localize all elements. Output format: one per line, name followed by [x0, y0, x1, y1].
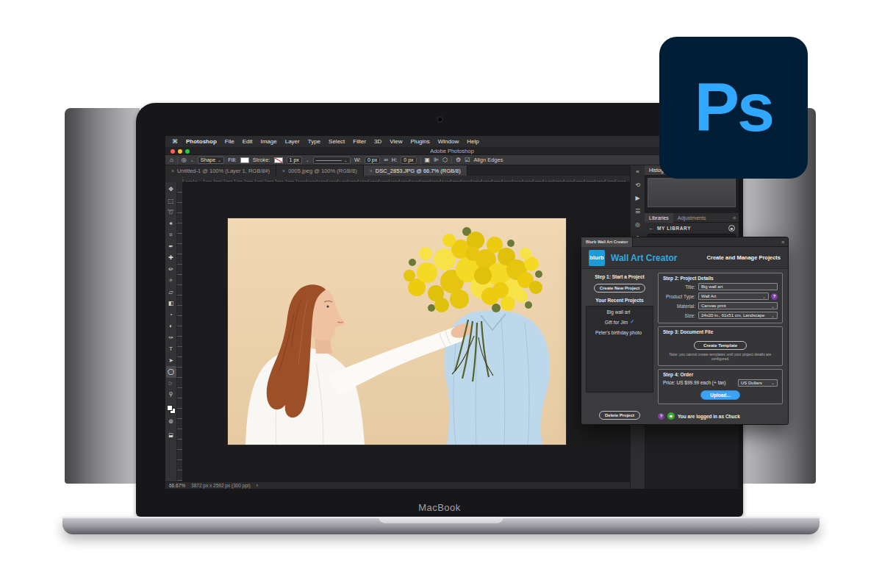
- crop-tool-icon[interactable]: ⌗: [166, 229, 176, 241]
- quick-mask-icon[interactable]: ◍: [166, 416, 176, 428]
- menu-item[interactable]: Window: [438, 138, 459, 145]
- size-select[interactable]: 24x20 in., 61x51 cm, Landscape ⌄: [698, 312, 778, 319]
- help-icon[interactable]: ?: [771, 293, 778, 300]
- apple-menu-icon[interactable]: ⌘: [172, 138, 178, 145]
- blur-tool-icon[interactable]: ◔: [166, 309, 176, 321]
- adjustments-panel-icon[interactable]: ☰: [635, 208, 640, 215]
- hand-tool-icon[interactable]: ☞: [166, 378, 176, 390]
- project-title-input[interactable]: Big wall art: [698, 283, 778, 290]
- ruler-tick: 1100: [306, 179, 317, 182]
- tab-libraries[interactable]: Libraries: [645, 213, 673, 223]
- menu-item[interactable]: View: [390, 138, 402, 145]
- stroke-style-select[interactable]: ————— ⌄: [313, 157, 351, 164]
- lasso-tool-icon[interactable]: ➰: [166, 207, 176, 218]
- panel-menu-icon[interactable]: ≡: [781, 240, 784, 245]
- menu-item[interactable]: Filter: [353, 138, 366, 145]
- close-icon[interactable]: ×: [282, 168, 285, 173]
- recent-project-item[interactable]: Peter's birthday photo: [587, 327, 653, 337]
- zoom-level[interactable]: 66.67%: [169, 483, 185, 488]
- zoom-tool-icon[interactable]: ⚲: [166, 389, 176, 401]
- fill-swatch[interactable]: [240, 157, 249, 163]
- gradient-tool-icon[interactable]: ◧: [166, 298, 176, 309]
- webcam-dot: [438, 118, 442, 121]
- path-arrangement-icon[interactable]: ⬡: [442, 157, 448, 163]
- document-canvas[interactable]: [183, 182, 630, 481]
- menu-item[interactable]: Type: [308, 138, 320, 145]
- currency-select[interactable]: US Dollars ⌄: [738, 379, 778, 387]
- gear-icon[interactable]: ⚙: [456, 157, 461, 163]
- blurb-window-tab[interactable]: Blurb Wall Art Creator: [581, 237, 633, 247]
- actions-panel-icon[interactable]: ▶: [635, 195, 639, 201]
- help-icon[interactable]: ?: [658, 413, 664, 420]
- menu-item[interactable]: File: [225, 138, 234, 145]
- create-new-project-button[interactable]: Create New Project: [594, 284, 646, 293]
- ruler-tick: 2800: [481, 179, 492, 182]
- stroke-width-field[interactable]: 1 px: [287, 157, 302, 164]
- align-edges-checkbox[interactable]: ☑: [465, 157, 470, 163]
- document-tab[interactable]: × 0005.jpeg @ 100% (RGB/8): [276, 165, 364, 176]
- history-panel-icon[interactable]: ⟲: [635, 182, 640, 188]
- path-alignment-icon[interactable]: ⊫: [434, 157, 439, 163]
- shape-width-field[interactable]: 0 px: [365, 157, 380, 164]
- profile-icon[interactable]: ☻: [728, 225, 735, 232]
- stroke-swatch[interactable]: [274, 157, 283, 163]
- eraser-tool-icon[interactable]: ▱: [166, 287, 176, 298]
- path-operations-icon[interactable]: ▣: [425, 157, 431, 163]
- chevron-down-icon[interactable]: ⌄: [190, 157, 194, 162]
- type-tool-icon[interactable]: T: [166, 343, 176, 355]
- close-icon[interactable]: ×: [171, 168, 174, 173]
- step3-title: Step 3: Document File: [663, 329, 778, 334]
- chevron-down-icon[interactable]: ⌄: [306, 157, 309, 162]
- document-tab[interactable]: × DSC_2853.JPG @ 66.7% (RGB/8): [364, 165, 467, 176]
- panel-menu-icon[interactable]: ≡: [733, 215, 736, 220]
- screen-mode-icon[interactable]: ⬓: [166, 429, 176, 441]
- shape-height-field[interactable]: 0 px: [401, 157, 416, 164]
- menu-item[interactable]: Select: [329, 138, 345, 145]
- status-menu-chevron[interactable]: ›: [257, 483, 258, 488]
- recent-project-item[interactable]: Big wall art: [587, 306, 653, 317]
- menu-item[interactable]: Image: [260, 138, 276, 145]
- product-type-select[interactable]: Wall Art ⌄: [698, 293, 769, 300]
- color-swatches[interactable]: [167, 405, 176, 414]
- menu-item[interactable]: Help: [467, 138, 478, 145]
- brush-tool-icon[interactable]: ✏: [166, 264, 176, 276]
- tab-adjustments[interactable]: Adjustments: [673, 213, 711, 223]
- pen-tool-icon[interactable]: ✑: [166, 332, 176, 344]
- back-arrow-icon[interactable]: ←: [648, 225, 654, 232]
- recent-project-item[interactable]: Gift for Jim ✓: [587, 317, 653, 327]
- ellipse-shape-tool-icon[interactable]: ◯: [166, 366, 176, 378]
- menu-item[interactable]: Edit: [243, 138, 253, 145]
- marquee-tool-icon[interactable]: ⬚: [166, 196, 176, 207]
- shape-mode-select[interactable]: Shape ⌄: [198, 157, 224, 164]
- move-tool-icon[interactable]: ✥: [166, 184, 176, 196]
- clone-stamp-tool-icon[interactable]: ⍟: [166, 275, 176, 287]
- healing-brush-tool-icon[interactable]: ✚: [166, 252, 176, 264]
- dodge-tool-icon[interactable]: ◐: [166, 320, 176, 332]
- document-tab[interactable]: × Untitled-1 @ 100% (Layer 1, RGB/8#): [165, 165, 276, 176]
- ruler-tick: 0: [193, 179, 204, 182]
- collapse-panels-icon[interactable]: «: [636, 168, 639, 175]
- ruler-tick: 300: [224, 179, 234, 182]
- info-panel-icon[interactable]: ◎: [635, 221, 640, 228]
- step4-order-box: Step 4: Order Price: US $99.99 each (+ t…: [658, 369, 783, 404]
- photoshop-logo-text: Ps: [695, 69, 773, 146]
- upload-button[interactable]: Upload...: [700, 390, 739, 400]
- path-selection-tool-icon[interactable]: ➤: [166, 355, 176, 367]
- menu-item[interactable]: Plugins: [411, 138, 430, 145]
- close-icon[interactable]: ×: [370, 168, 373, 173]
- eyedropper-tool-icon[interactable]: ✒: [166, 241, 176, 253]
- menu-item[interactable]: 3D: [374, 138, 381, 145]
- product-type-label: Product Type:: [663, 294, 695, 299]
- home-icon[interactable]: ⌂: [170, 157, 173, 163]
- chevron-down-icon: ⌄: [344, 157, 348, 163]
- delete-project-button[interactable]: Delete Project: [599, 411, 640, 420]
- material-select[interactable]: Canvas print ⌄: [698, 302, 778, 309]
- menu-item[interactable]: Photoshop: [186, 138, 217, 145]
- magic-wand-tool-icon[interactable]: ✶: [166, 218, 176, 230]
- blurb-logo: blurb: [589, 250, 605, 266]
- tool-preset-icon[interactable]: ◎: [182, 157, 187, 163]
- create-template-button[interactable]: Create Template: [694, 341, 747, 350]
- link-dimensions-icon[interactable]: ∞: [384, 157, 388, 163]
- foreground-color-swatch[interactable]: [167, 405, 173, 411]
- menu-item[interactable]: Layer: [285, 138, 300, 145]
